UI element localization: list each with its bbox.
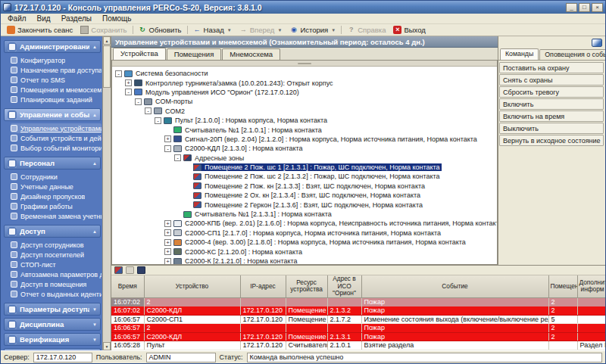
tree-item[interactable]: Помещение 2 Пож. кн [2.1.3.3] : Взят, ШС…	[115, 182, 497, 191]
tab-Оповещения о событиях[interactable]: Оповещения о событиях	[539, 49, 606, 60]
tree-item[interactable]: +С2000-К [2.1.21.0] : Норма контакта	[115, 257, 497, 264]
sidebar-item[interactable]: Сотрудники	[11, 172, 102, 182]
toolbar-button-history[interactable]: ◉История▼	[286, 26, 339, 34]
column-header[interactable]: Устройство	[144, 275, 240, 297]
tree-item[interactable]: Считыватель №1 [2.1.3.1] : Норма контакт…	[115, 210, 497, 219]
column-header[interactable]: IP-адрес	[240, 275, 286, 297]
sidebar-item[interactable]: Дизайнер пропусков	[11, 191, 102, 201]
collapse-node-icon[interactable]: -	[135, 98, 142, 105]
expand-node-icon[interactable]: +	[164, 248, 171, 255]
command-button[interactable]: Вернуть в исходное состояние	[499, 135, 604, 146]
tree-item[interactable]: -COM-порты	[115, 97, 497, 106]
sidebar-item[interactable]: Отчет о выданных идентиф...	[11, 289, 102, 299]
sidebar-section-header[interactable]: Доступ▲	[4, 225, 101, 238]
scroll-down-icon[interactable]: ▼	[103, 342, 111, 350]
table-row[interactable]: 16:06:57С2000-КДЛ172.17.0.120Помещение 2…	[111, 332, 606, 341]
command-button[interactable]: Поставить на охрану	[499, 62, 604, 73]
sidebar-item[interactable]: Выбор событий мониторинга	[11, 143, 102, 153]
sidebar-item[interactable]: Управление устройствами и...	[11, 123, 102, 133]
export-icon[interactable]	[137, 266, 145, 274]
command-button[interactable]: Сбросить тревогу	[499, 86, 604, 98]
tree-splitter[interactable]	[112, 61, 497, 67]
tree-item[interactable]: Помещение 2 Геркон [2.1.3.6] : Взят, ШС …	[115, 200, 497, 209]
sidebar-item[interactable]: Автозамена параметров до...	[11, 269, 102, 279]
tree-item[interactable]: +Сигнал-20П (вер. 2.04) [2.1.2.0] : Норм…	[115, 135, 497, 144]
collapse-node-icon[interactable]: -	[155, 117, 161, 124]
tree-item[interactable]: Помещение 2 Ох. кн [2.1.3.4] : Взят, ШС …	[115, 191, 497, 200]
column-header[interactable]: Дополнит информ	[577, 275, 606, 297]
toolbar-button-refresh[interactable]: ↻Обновить	[135, 26, 186, 34]
menu-item-Файл[interactable]: Файл	[2, 14, 32, 23]
tree-item[interactable]: Считыватель №1 [2.1.0.1] : Норма контакт…	[115, 125, 497, 134]
collapse-node-icon[interactable]: -	[125, 89, 132, 95]
tab-Команды[interactable]: Команды	[500, 48, 539, 60]
tree-item[interactable]: -COM2	[115, 107, 497, 116]
command-button[interactable]: Включить на время	[499, 110, 604, 122]
sidebar-item[interactable]: Помещения и мнемосхема	[11, 85, 102, 95]
menu-item-Разделы[interactable]: Разделы	[56, 14, 97, 23]
expand-node-icon[interactable]: +	[164, 220, 171, 227]
tree-item[interactable]: -С2000-КДЛ [2.1.3.0] : Норма контакта	[115, 144, 497, 153]
tree-item[interactable]: Помещение 2 Пож. шс 1 [2.1.3.1] : Пожар,…	[115, 163, 497, 172]
sidebar-item[interactable]: События устройств и дейст...	[11, 133, 102, 143]
help-icon[interactable]	[126, 266, 134, 274]
toolbar-button-end-session[interactable]: Закончить сеанс	[3, 26, 77, 34]
close-button[interactable]: ×	[592, 3, 603, 12]
print-icon[interactable]	[114, 266, 123, 274]
tree-item[interactable]: +С2000-СП1 [2.1.7.0] : Норма корпуса, Но…	[115, 229, 497, 238]
sidebar-item[interactable]: Учетные данные	[11, 182, 102, 191]
tree-item[interactable]: +Контроллер турникета/замка (10.0.201.24…	[115, 78, 497, 87]
column-header[interactable]: Ресурс устройства	[286, 275, 327, 297]
collapse-icon[interactable]: ▲	[92, 229, 97, 234]
sidebar-item[interactable]: СТОП-лист	[11, 260, 102, 269]
expand-icon[interactable]: ▼	[92, 307, 97, 312]
menu-item-Помощь[interactable]: Помощь	[97, 14, 137, 23]
tree-item[interactable]: -Система безопасности	[115, 69, 497, 78]
expand-node-icon[interactable]: +	[164, 239, 171, 246]
sidebar-section-header[interactable]: Параметры доступа▼	[4, 303, 101, 316]
sidebar-item[interactable]: Доступ сотрудников	[11, 240, 102, 250]
column-header[interactable]: Помещение	[548, 275, 577, 297]
tree-item[interactable]: Помещение 2 Пож. шс 2 [2.1.3.2] : Пожар,…	[115, 172, 497, 181]
expand-icon[interactable]: ▼	[92, 322, 97, 327]
collapse-icon[interactable]: ▲	[92, 113, 97, 117]
collapse-icon[interactable]: ▲	[92, 161, 97, 166]
sidebar-section-header[interactable]: Администрирование▲	[4, 40, 101, 53]
table-row[interactable]: 16:07:02С2000-КДЛ172.17.0.120Помещение 2…	[111, 306, 606, 316]
expand-node-icon[interactable]: +	[164, 258, 171, 265]
collapse-node-icon[interactable]: -	[145, 107, 152, 114]
tree-item[interactable]: +С2000-4 (вер. 3.00) [2.1.8.0] : Норма к…	[115, 238, 497, 247]
sidebar-item[interactable]: Временная замена учетных ...	[11, 211, 102, 221]
sidebar-item[interactable]: Конфигуратор	[11, 55, 102, 65]
sidebar-item[interactable]: Доступ в помещения	[11, 279, 102, 289]
table-row[interactable]: 16:06:572Пожар2	[111, 324, 606, 333]
expand-node-icon[interactable]: +	[164, 229, 171, 236]
tree-item[interactable]: -Пульт [2.1.0.0] : Норма корпуса, Норма …	[115, 116, 497, 125]
tab-Устройства[interactable]: Устройства	[113, 48, 166, 60]
column-header[interactable]: Время	[111, 275, 144, 297]
collapse-node-icon[interactable]: -	[174, 154, 181, 161]
minimize-button[interactable]: _	[566, 3, 577, 12]
table-row[interactable]: 16:05:28Пульт172.17.0.120Считыватель N2.…	[111, 341, 606, 350]
toolbar-button-exit[interactable]: ×Выход	[389, 26, 429, 34]
expand-icon[interactable]: ▼	[92, 338, 97, 342]
column-header[interactable]: Событие	[361, 275, 548, 297]
sidebar-section-header[interactable]: Персонал▲	[4, 157, 101, 170]
sidebar-item[interactable]: Графики работы	[11, 201, 102, 211]
sidebar-section-header[interactable]: Верификация▼	[4, 333, 101, 346]
tree-item[interactable]: -Адресные зоны	[115, 154, 497, 163]
toolbar-button-back[interactable]: ←Назад▼	[189, 26, 236, 34]
collapse-node-icon[interactable]: -	[115, 70, 122, 77]
tree-item[interactable]: +С2000-КПБ (вер. 2.01) [2.1.6.0] : Норма…	[115, 219, 497, 228]
tree-item[interactable]: -Модуль управления ИСО "Орион" (172.17.0…	[115, 88, 497, 97]
sidebar-section-header[interactable]: Управление и события▲	[4, 108, 101, 121]
command-button[interactable]: Выключить	[499, 123, 604, 134]
sidebar-section-header[interactable]: Дисциплина▼	[4, 318, 101, 331]
expand-node-icon[interactable]: +	[125, 79, 132, 86]
tab-Мнемосхема[interactable]: Мнемосхема	[222, 48, 280, 60]
command-button[interactable]: Включить	[499, 98, 604, 110]
sidebar-item[interactable]: Назначение прав доступа о...	[11, 65, 102, 75]
collapse-node-icon[interactable]: -	[164, 145, 171, 152]
sidebar-item[interactable]: Доступ посетителей	[11, 250, 102, 260]
column-header[interactable]: Адрес в ИСО "Орион"	[327, 275, 361, 297]
